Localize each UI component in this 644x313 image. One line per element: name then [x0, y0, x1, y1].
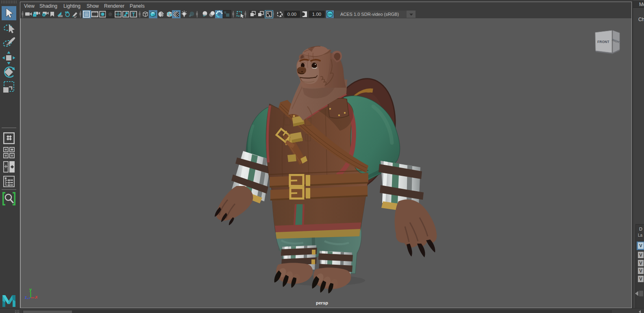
svg-text:1.00: 1.00: [312, 12, 321, 17]
svg-text:T: T: [132, 12, 135, 17]
svg-text:ON: ON: [328, 13, 332, 16]
svg-text:ACES 1.0 SDR-video (sRGB): ACES 1.0 SDR-video (sRGB): [340, 12, 399, 17]
svg-text:x: x: [35, 295, 38, 299]
svg-text:0.00: 0.00: [287, 12, 296, 17]
svg-text:y: y: [29, 287, 32, 292]
svg-text:z: z: [25, 295, 27, 300]
svg-text:FRONT: FRONT: [597, 40, 609, 44]
